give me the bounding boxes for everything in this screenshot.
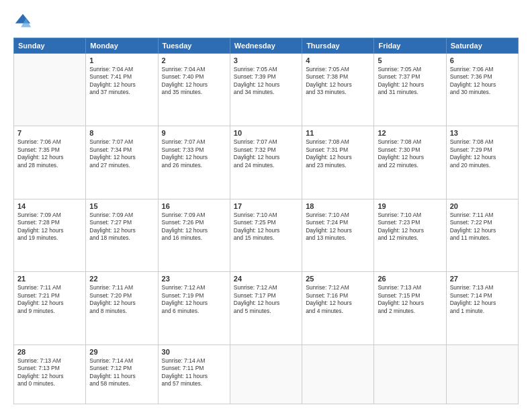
page: SundayMondayTuesdayWednesdayThursdayFrid… (0, 0, 532, 411)
svg-marker-0 (15, 14, 30, 24)
calendar-cell: 15Sunrise: 7:09 AM Sunset: 7:27 PM Dayli… (86, 199, 158, 271)
calendar-cell: 22Sunrise: 7:11 AM Sunset: 7:20 PM Dayli… (86, 272, 158, 345)
calendar-cell: 1Sunrise: 7:04 AM Sunset: 7:41 PM Daylig… (86, 54, 158, 126)
calendar-cell: 6Sunrise: 7:06 AM Sunset: 7:36 PM Daylig… (446, 54, 518, 126)
logo (13, 12, 35, 31)
weekday-friday: Friday (374, 38, 446, 54)
calendar-cell: 11Sunrise: 7:08 AM Sunset: 7:31 PM Dayli… (302, 126, 374, 199)
day-info: Sunrise: 7:05 AM Sunset: 7:37 PM Dayligh… (378, 66, 442, 97)
day-number: 23 (162, 275, 226, 283)
day-info: Sunrise: 7:07 AM Sunset: 7:33 PM Dayligh… (162, 138, 226, 169)
day-number: 3 (234, 56, 298, 64)
day-number: 6 (450, 56, 515, 64)
day-number: 20 (450, 202, 515, 210)
day-info: Sunrise: 7:09 AM Sunset: 7:28 PM Dayligh… (17, 212, 82, 242)
day-info: Sunrise: 7:11 AM Sunset: 7:21 PM Dayligh… (17, 284, 82, 315)
calendar-cell: 27Sunrise: 7:13 AM Sunset: 7:14 PM Dayli… (446, 272, 518, 345)
day-number: 30 (162, 348, 226, 356)
day-number: 10 (234, 129, 298, 137)
calendar-cell: 18Sunrise: 7:10 AM Sunset: 7:24 PM Dayli… (302, 199, 374, 271)
day-number: 2 (162, 56, 226, 64)
day-info: Sunrise: 7:07 AM Sunset: 7:34 PM Dayligh… (89, 138, 154, 169)
day-number: 1 (89, 56, 154, 64)
day-info: Sunrise: 7:10 AM Sunset: 7:25 PM Dayligh… (234, 212, 298, 242)
calendar-cell: 23Sunrise: 7:12 AM Sunset: 7:19 PM Dayli… (158, 272, 230, 345)
week-row-1: 7Sunrise: 7:06 AM Sunset: 7:35 PM Daylig… (14, 126, 519, 199)
day-number: 9 (162, 129, 226, 137)
calendar-cell: 12Sunrise: 7:08 AM Sunset: 7:30 PM Dayli… (374, 126, 446, 199)
day-number: 15 (89, 202, 154, 210)
day-number: 17 (234, 202, 298, 210)
weekday-saturday: Saturday (446, 38, 518, 54)
day-info: Sunrise: 7:13 AM Sunset: 7:14 PM Dayligh… (450, 284, 515, 315)
day-number: 5 (378, 56, 442, 64)
weekday-header-row: SundayMondayTuesdayWednesdayThursdayFrid… (14, 38, 519, 54)
calendar-cell: 13Sunrise: 7:08 AM Sunset: 7:29 PM Dayli… (446, 126, 518, 199)
day-info: Sunrise: 7:13 AM Sunset: 7:13 PM Dayligh… (17, 357, 82, 388)
day-number: 14 (17, 202, 82, 210)
day-info: Sunrise: 7:05 AM Sunset: 7:39 PM Dayligh… (234, 66, 298, 97)
day-number: 7 (17, 129, 82, 137)
day-number: 22 (89, 275, 154, 283)
calendar-cell (302, 345, 374, 404)
calendar-cell: 30Sunrise: 7:14 AM Sunset: 7:11 PM Dayli… (158, 345, 230, 404)
calendar-cell: 17Sunrise: 7:10 AM Sunset: 7:25 PM Dayli… (230, 199, 302, 271)
calendar-table: SundayMondayTuesdayWednesdayThursdayFrid… (13, 38, 519, 404)
day-info: Sunrise: 7:10 AM Sunset: 7:24 PM Dayligh… (306, 212, 370, 242)
calendar-cell (230, 345, 302, 404)
day-number: 16 (162, 202, 226, 210)
day-info: Sunrise: 7:08 AM Sunset: 7:31 PM Dayligh… (306, 138, 370, 169)
calendar-cell (446, 345, 518, 404)
day-info: Sunrise: 7:11 AM Sunset: 7:20 PM Dayligh… (89, 284, 154, 315)
week-row-0: 1Sunrise: 7:04 AM Sunset: 7:41 PM Daylig… (14, 54, 519, 126)
day-info: Sunrise: 7:08 AM Sunset: 7:30 PM Dayligh… (378, 138, 442, 169)
day-number: 12 (378, 129, 442, 137)
day-number: 25 (306, 275, 370, 283)
day-info: Sunrise: 7:06 AM Sunset: 7:35 PM Dayligh… (17, 138, 82, 169)
calendar-cell: 3Sunrise: 7:05 AM Sunset: 7:39 PM Daylig… (230, 54, 302, 126)
calendar-cell: 8Sunrise: 7:07 AM Sunset: 7:34 PM Daylig… (86, 126, 158, 199)
calendar-cell: 2Sunrise: 7:04 AM Sunset: 7:40 PM Daylig… (158, 54, 230, 126)
day-info: Sunrise: 7:08 AM Sunset: 7:29 PM Dayligh… (450, 138, 515, 169)
calendar-cell: 14Sunrise: 7:09 AM Sunset: 7:28 PM Dayli… (14, 199, 86, 271)
day-info: Sunrise: 7:04 AM Sunset: 7:41 PM Dayligh… (89, 66, 154, 97)
day-info: Sunrise: 7:12 AM Sunset: 7:16 PM Dayligh… (306, 284, 370, 315)
calendar-cell: 20Sunrise: 7:11 AM Sunset: 7:22 PM Dayli… (446, 199, 518, 271)
day-info: Sunrise: 7:05 AM Sunset: 7:38 PM Dayligh… (306, 66, 370, 97)
day-number: 18 (306, 202, 370, 210)
week-row-4: 28Sunrise: 7:13 AM Sunset: 7:13 PM Dayli… (14, 345, 519, 404)
week-row-2: 14Sunrise: 7:09 AM Sunset: 7:28 PM Dayli… (14, 199, 519, 271)
day-info: Sunrise: 7:09 AM Sunset: 7:26 PM Dayligh… (162, 212, 226, 242)
day-number: 8 (89, 129, 154, 137)
day-number: 24 (234, 275, 298, 283)
header (13, 12, 519, 31)
calendar-cell: 4Sunrise: 7:05 AM Sunset: 7:38 PM Daylig… (302, 54, 374, 126)
weekday-sunday: Sunday (14, 38, 86, 54)
weekday-wednesday: Wednesday (230, 38, 302, 54)
calendar-cell: 10Sunrise: 7:07 AM Sunset: 7:32 PM Dayli… (230, 126, 302, 199)
day-number: 19 (378, 202, 442, 210)
calendar-cell: 26Sunrise: 7:13 AM Sunset: 7:15 PM Dayli… (374, 272, 446, 345)
day-number: 21 (17, 275, 82, 283)
weekday-monday: Monday (86, 38, 158, 54)
calendar-cell: 5Sunrise: 7:05 AM Sunset: 7:37 PM Daylig… (374, 54, 446, 126)
day-info: Sunrise: 7:14 AM Sunset: 7:12 PM Dayligh… (89, 357, 154, 388)
day-info: Sunrise: 7:04 AM Sunset: 7:40 PM Dayligh… (162, 66, 226, 97)
day-info: Sunrise: 7:09 AM Sunset: 7:27 PM Dayligh… (89, 212, 154, 242)
day-number: 13 (450, 129, 515, 137)
weekday-thursday: Thursday (302, 38, 374, 54)
calendar-cell: 7Sunrise: 7:06 AM Sunset: 7:35 PM Daylig… (14, 126, 86, 199)
calendar-cell: 25Sunrise: 7:12 AM Sunset: 7:16 PM Dayli… (302, 272, 374, 345)
day-info: Sunrise: 7:12 AM Sunset: 7:17 PM Dayligh… (234, 284, 298, 315)
logo-icon (13, 12, 32, 31)
day-info: Sunrise: 7:13 AM Sunset: 7:15 PM Dayligh… (378, 284, 442, 315)
calendar-cell (14, 54, 86, 126)
day-number: 11 (306, 129, 370, 137)
day-info: Sunrise: 7:07 AM Sunset: 7:32 PM Dayligh… (234, 138, 298, 169)
day-number: 26 (378, 275, 442, 283)
day-info: Sunrise: 7:10 AM Sunset: 7:23 PM Dayligh… (378, 212, 442, 242)
weekday-tuesday: Tuesday (158, 38, 230, 54)
day-number: 29 (89, 348, 154, 356)
calendar-cell: 28Sunrise: 7:13 AM Sunset: 7:13 PM Dayli… (14, 345, 86, 404)
day-info: Sunrise: 7:14 AM Sunset: 7:11 PM Dayligh… (162, 357, 226, 388)
